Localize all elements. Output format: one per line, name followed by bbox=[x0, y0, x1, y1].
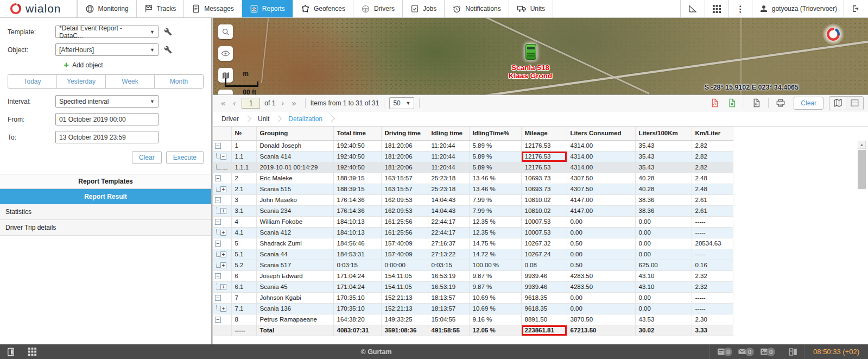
col-header[interactable]: № bbox=[231, 127, 256, 140]
table-row[interactable]: −7Johnson Kgabi170:35:10152:21:1318:13:5… bbox=[213, 292, 733, 303]
crumb-detalization[interactable]: Detalization bbox=[287, 115, 324, 123]
unit-marker-truck[interactable] bbox=[525, 44, 536, 60]
interval-select[interactable]: Specified interval▼ bbox=[55, 95, 159, 108]
sidebar-item-statistics[interactable]: Statistics bbox=[0, 204, 211, 220]
tab-messages[interactable]: Messages bbox=[184, 0, 242, 17]
table-row[interactable]: 1.1.12019-10-01 00:14:29192:40:50181:20:… bbox=[213, 162, 733, 173]
sidebar-item-driver-trip-details[interactable]: Driver Trip details bbox=[0, 220, 211, 236]
col-header[interactable]: Grouping bbox=[256, 127, 333, 140]
col-header[interactable]: Idling time bbox=[428, 127, 469, 140]
table-scrollbar[interactable]: ▲ bbox=[858, 141, 866, 337]
scroll-up-arrow[interactable]: ▲ bbox=[858, 141, 866, 149]
expand-icon[interactable]: + bbox=[220, 230, 226, 236]
template-select[interactable]: *Detail Event Report - DataC...▼ bbox=[55, 26, 159, 38]
news-counter[interactable]: 0 bbox=[717, 347, 732, 356]
collapse-icon[interactable]: − bbox=[215, 241, 221, 247]
expand-icon[interactable]: + bbox=[220, 306, 226, 312]
col-header[interactable]: Total time bbox=[333, 127, 381, 140]
table-row[interactable]: +2.1Scania 515188:39:15163:15:5725:23:18… bbox=[213, 184, 733, 194]
table-row[interactable]: −4William Fokobe184:10:13161:25:5622:44:… bbox=[213, 216, 733, 227]
messages-counter[interactable]: 0 bbox=[738, 347, 754, 357]
quick-interval-month[interactable]: Month bbox=[155, 75, 203, 88]
from-date-input[interactable]: 01 October 2019 00:00 bbox=[55, 113, 159, 125]
collapse-icon[interactable]: − bbox=[215, 143, 221, 149]
expand-icon[interactable]: + bbox=[220, 284, 226, 290]
prev-page-button[interactable]: ‹ bbox=[229, 98, 239, 108]
table-row[interactable]: +3.1Scania 234176:14:36162:09:5314:04:43… bbox=[213, 205, 733, 216]
bottom-grid-icon[interactable] bbox=[22, 347, 43, 356]
table-row[interactable]: −2Eric Maleke188:39:15163:15:5725:23:181… bbox=[213, 173, 733, 184]
col-header[interactable]: Liters Consumed bbox=[567, 127, 635, 140]
table-row[interactable]: +4.1Scania 412184:10:13161:25:5622:44:17… bbox=[213, 227, 733, 238]
collapse-icon[interactable]: − bbox=[215, 317, 221, 323]
report-result-item[interactable]: Report Result bbox=[0, 189, 211, 204]
collapse-icon[interactable]: − bbox=[215, 197, 221, 203]
bottom-panel-toggle-icon[interactable] bbox=[0, 347, 22, 357]
tab-monitoring[interactable]: Monitoring bbox=[77, 0, 137, 17]
to-date-input[interactable]: 13 October 2019 23:59 bbox=[55, 131, 159, 143]
last-page-button[interactable]: » bbox=[288, 98, 300, 108]
expand-icon[interactable]: + bbox=[220, 251, 226, 257]
collapse-icon[interactable]: − bbox=[215, 219, 221, 225]
collapse-icon[interactable]: − bbox=[215, 273, 221, 279]
template-settings-wrench-icon[interactable] bbox=[164, 28, 172, 36]
col-header[interactable]: Liters/100Km bbox=[635, 127, 692, 140]
collapse-icon[interactable]: − bbox=[220, 154, 226, 160]
scroll-thumb[interactable] bbox=[858, 150, 866, 189]
quick-interval-yesterday[interactable]: Yesterday bbox=[57, 75, 106, 88]
table-row[interactable]: +7.1Scania 136170:35:10152:21:1318:13:57… bbox=[213, 303, 733, 314]
first-page-button[interactable]: « bbox=[217, 98, 229, 108]
tab-tracks[interactable]: Tracks bbox=[137, 0, 185, 17]
expand-icon[interactable]: + bbox=[220, 208, 226, 214]
table-row[interactable]: −8Petrus Ramapaeane164:38:20149:33:2515:… bbox=[213, 314, 733, 325]
table-row[interactable]: −5Shadrack Zumi184:56:46157:40:0927:16:3… bbox=[213, 238, 733, 249]
media-counter[interactable]: 0 bbox=[759, 347, 775, 356]
map-view[interactable]: m 00 ft Scania 518 Klaas Grond S -28° 15… bbox=[213, 18, 868, 95]
col-header[interactable]: Driving time bbox=[381, 127, 428, 140]
next-page-button[interactable]: › bbox=[277, 98, 288, 108]
col-header[interactable]: Km/Liter bbox=[692, 127, 733, 140]
object-select[interactable]: [AfterHours]▼ bbox=[55, 43, 159, 56]
map-view-toggle[interactable] bbox=[829, 97, 846, 110]
col-header[interactable]: Mileage bbox=[521, 127, 567, 140]
map-layers-button[interactable] bbox=[218, 68, 233, 83]
clear-report-button[interactable]: Clear bbox=[794, 97, 823, 110]
export-excel-button[interactable] bbox=[724, 97, 739, 110]
table-row[interactable]: −6Joseph Edward171:04:24154:11:0516:53:1… bbox=[213, 270, 733, 281]
table-total-row[interactable]: -----Total4083:07:313591:08:36491:58:551… bbox=[213, 325, 733, 336]
log-panel-icon[interactable] bbox=[782, 347, 804, 357]
page-number-input[interactable]: 1 bbox=[242, 98, 260, 109]
tab-geofences[interactable]: Geofences bbox=[293, 0, 353, 17]
table-row[interactable]: +6.1Scania 45171:04:24154:11:0516:53:199… bbox=[213, 281, 733, 292]
split-view-toggle[interactable] bbox=[846, 97, 863, 110]
import-file-button[interactable] bbox=[749, 97, 764, 110]
collapse-icon[interactable]: − bbox=[215, 295, 221, 301]
map-search-button[interactable] bbox=[218, 24, 233, 39]
table-row[interactable]: −1.1Scania 414192:40:50181:20:0611:20:44… bbox=[213, 151, 733, 162]
tab-drivers[interactable]: Drivers bbox=[353, 0, 403, 17]
map-visibility-button[interactable] bbox=[218, 46, 233, 61]
execute-button[interactable]: Execute bbox=[166, 151, 204, 164]
map-extra-button[interactable] bbox=[218, 90, 233, 95]
logout-icon[interactable] bbox=[844, 0, 868, 17]
col-header[interactable]: IdlingTime% bbox=[469, 127, 521, 140]
print-button[interactable] bbox=[773, 97, 788, 110]
user-menu[interactable]: gotyouza (Triovervoer) bbox=[752, 0, 844, 17]
apps-grid-icon[interactable] bbox=[705, 0, 728, 17]
quick-interval-today[interactable]: Today bbox=[8, 75, 57, 88]
export-pdf-button[interactable] bbox=[707, 97, 722, 110]
table-row[interactable]: −1Donald Joseph192:40:50181:20:0611:20:4… bbox=[213, 140, 733, 151]
page-size-select[interactable]: 50▼ bbox=[389, 97, 414, 109]
object-settings-wrench-icon[interactable] bbox=[164, 46, 172, 54]
expand-icon[interactable]: + bbox=[220, 262, 226, 268]
tab-notifications[interactable]: Notifications bbox=[445, 0, 509, 17]
tab-units[interactable]: Units bbox=[509, 0, 553, 17]
table-row[interactable]: +5.1Scania 44184:53:31157:40:0927:13:221… bbox=[213, 249, 733, 260]
table-row[interactable]: +5.2Scania 5170:03:150:00:000:03:15100.0… bbox=[213, 260, 733, 270]
crumb-driver[interactable]: Driver bbox=[220, 115, 240, 123]
add-object-button[interactable]: + Add object bbox=[64, 61, 204, 69]
more-menu-icon[interactable]: ⋮ bbox=[728, 0, 752, 17]
clear-form-button[interactable]: Clear bbox=[132, 151, 162, 164]
table-row[interactable]: −3John Maseko176:14:36162:09:5314:04:437… bbox=[213, 194, 733, 205]
crumb-unit[interactable]: Unit bbox=[257, 115, 270, 123]
